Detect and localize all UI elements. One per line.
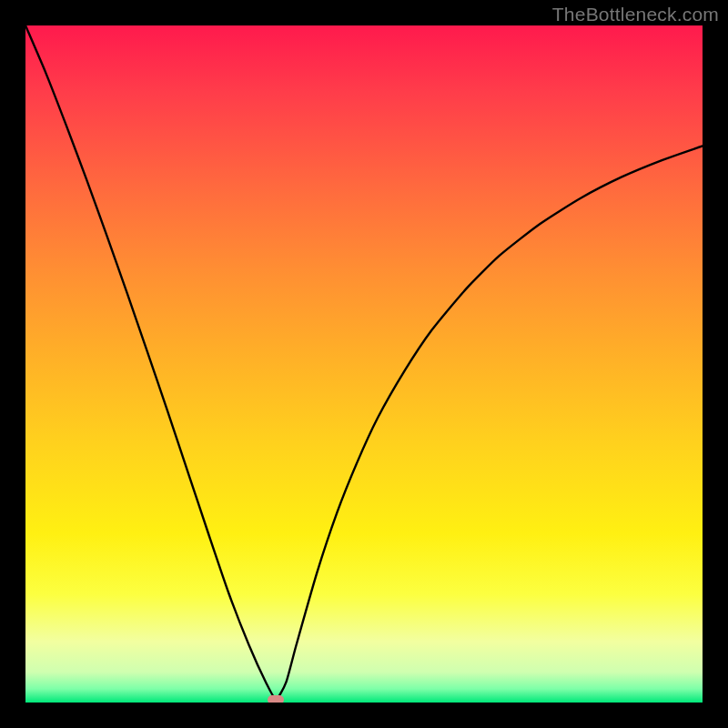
bottleneck-curve [25, 25, 703, 699]
watermark-text: TheBottleneck.com [552, 4, 719, 25]
chart-frame: TheBottleneck.com [0, 0, 728, 728]
minimum-marker [268, 695, 284, 703]
curve-layer [25, 25, 703, 703]
plot-area [25, 25, 703, 703]
